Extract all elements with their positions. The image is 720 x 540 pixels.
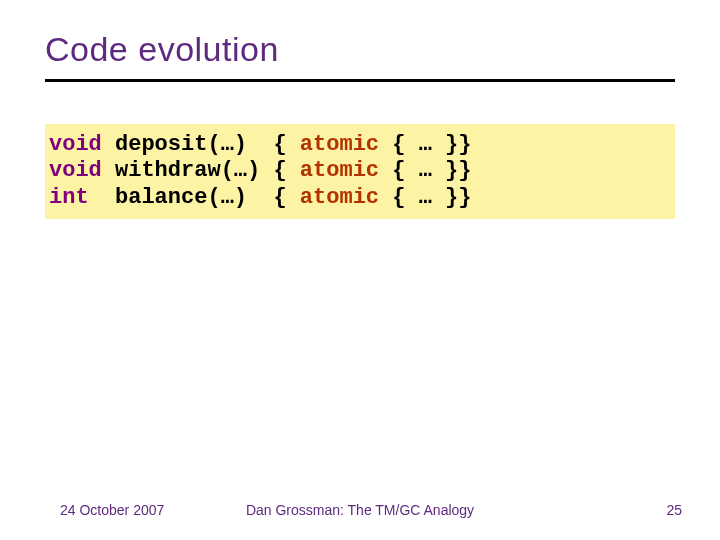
atomic-keyword: atomic	[300, 132, 379, 157]
function-name: deposit	[115, 132, 207, 157]
args: (…)	[207, 185, 260, 210]
function-name: withdraw	[115, 158, 221, 183]
page-title: Code evolution	[45, 30, 675, 69]
type-keyword: void	[49, 158, 102, 183]
args: (…)	[207, 132, 260, 157]
footer-date: 24 October 2007	[60, 502, 164, 518]
footer: 24 October 2007 Dan Grossman: The TM/GC …	[0, 502, 720, 518]
title-rule	[45, 79, 675, 82]
slide: Code evolution void deposit(…) { atomic …	[0, 0, 720, 540]
type-keyword: int	[49, 185, 102, 210]
atomic-keyword: atomic	[300, 158, 379, 183]
footer-speaker: Dan Grossman: The TM/GC Analogy	[246, 502, 474, 518]
page-number: 25	[666, 502, 682, 518]
args: (…)	[221, 158, 261, 183]
code-row: int balance(…) { atomic { … }}	[49, 185, 675, 211]
function-name: balance	[115, 185, 207, 210]
code-block: void deposit(…) { atomic { … }} void wit…	[45, 124, 675, 219]
code-row: void withdraw(…) { atomic { … }}	[49, 158, 675, 184]
atomic-keyword: atomic	[300, 185, 379, 210]
type-keyword: void	[49, 132, 102, 157]
code-row: void deposit(…) { atomic { … }}	[49, 132, 675, 158]
